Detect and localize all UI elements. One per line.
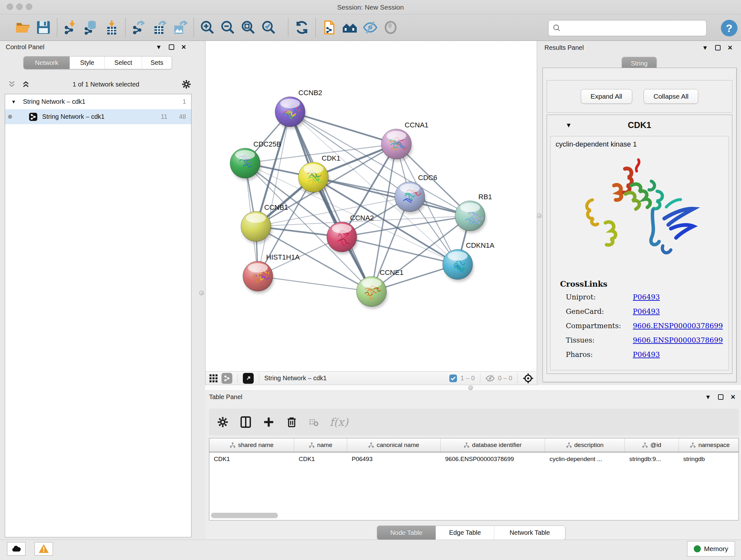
maximize-panel-icon[interactable]: [718, 394, 724, 400]
table-settings-gear-icon[interactable]: [217, 416, 229, 428]
tab-network[interactable]: Network: [23, 57, 70, 69]
search-field[interactable]: [548, 20, 706, 36]
column-header-namespace[interactable]: namespace: [679, 438, 739, 452]
edge-CCNB2-CCNA1[interactable]: [290, 112, 396, 144]
tab-sets[interactable]: Sets: [142, 57, 172, 69]
close-panel-icon[interactable]: ✕: [181, 44, 186, 51]
show-columns-icon[interactable]: [240, 416, 252, 428]
cell-shared-name[interactable]: CDK1: [209, 455, 294, 462]
create-column-plus-icon[interactable]: [263, 416, 275, 428]
open-session-icon[interactable]: [13, 17, 33, 38]
tab-node-table[interactable]: Node Table: [377, 526, 435, 540]
hidden-eye-slash-icon[interactable]: [485, 374, 495, 383]
collapse-all-icon[interactable]: [21, 79, 30, 89]
float-panel-icon[interactable]: ▼: [702, 44, 708, 51]
export-network-icon[interactable]: [129, 17, 149, 38]
column-header-description[interactable]: description: [545, 438, 625, 452]
cell-namespace[interactable]: stringdb: [679, 455, 739, 462]
crosslink-link[interactable]: P06493: [633, 293, 660, 301]
cell-name[interactable]: CDK1: [294, 455, 347, 462]
zoom-out-icon[interactable]: [218, 17, 238, 38]
birds-eye-view-icon[interactable]: [523, 373, 534, 384]
zoom-in-icon[interactable]: [197, 17, 218, 38]
network-options-gear-icon[interactable]: [181, 79, 192, 89]
left-splitter-handle[interactable]: [199, 291, 204, 295]
table-row[interactable]: CDK1CDK1P064939606.ENSP00000378699cyclin…: [209, 452, 738, 466]
crosslink-link[interactable]: 9606.ENSP00000378699: [633, 336, 723, 344]
table-panel-title: Table Panel: [209, 393, 243, 401]
cell-id[interactable]: stringdb:9...: [625, 455, 679, 462]
memory-button[interactable]: Memory: [687, 541, 735, 557]
close-panel-icon[interactable]: ✕: [728, 44, 733, 51]
grid-view-icon[interactable]: [209, 374, 218, 383]
crosslink-link[interactable]: 9606.ENSP00000378699: [633, 322, 723, 330]
cloud-status-button[interactable]: [7, 542, 25, 556]
detach-view-icon[interactable]: [243, 373, 254, 384]
import-database-icon[interactable]: [81, 17, 102, 38]
export-image-icon[interactable]: [170, 17, 190, 38]
network-row-selected[interactable]: String Network – cdk1 11 48: [5, 109, 191, 124]
section-collapse-icon[interactable]: ▼: [565, 122, 572, 129]
tab-style[interactable]: Style: [70, 57, 105, 69]
delete-column-trash-icon[interactable]: [286, 416, 298, 428]
node-CDK1[interactable]: CDK1: [298, 154, 340, 192]
eye-icon[interactable]: [381, 17, 401, 38]
collection-count: 1: [183, 98, 186, 105]
warnings-button[interactable]: [35, 542, 53, 556]
cell-description[interactable]: cyclin-dependent ...: [545, 455, 625, 462]
search-input[interactable]: [561, 22, 706, 35]
close-panel-icon[interactable]: ✕: [731, 393, 736, 401]
share-document-icon[interactable]: [319, 17, 340, 38]
network-view-icon[interactable]: [221, 373, 232, 384]
edge-CCNB2-CCNE1[interactable]: [290, 112, 372, 292]
horizontal-scrollbar-thumb[interactable]: [211, 513, 278, 518]
import-network-icon[interactable]: [61, 17, 81, 38]
expand-all-button[interactable]: Expand All: [581, 89, 632, 104]
string-home-icon[interactable]: [340, 17, 360, 38]
column-header-name[interactable]: name: [294, 438, 347, 452]
export-table-icon[interactable]: [149, 17, 170, 38]
selected-counts: 1 – 0: [461, 374, 475, 382]
column-type-icon: [368, 442, 374, 448]
column-header-database-identifier[interactable]: database identifier: [441, 438, 545, 452]
node-CCNA1[interactable]: CCNA1: [381, 121, 428, 159]
column-header-shared-name[interactable]: shared name: [209, 438, 294, 452]
node-CCNB2[interactable]: CCNB2: [275, 89, 322, 127]
zoom-fit-icon[interactable]: [238, 17, 259, 38]
node-RB1[interactable]: RB1: [455, 193, 492, 231]
cell-database-identifier[interactable]: 9606.ENSP00000378699: [441, 455, 545, 462]
help-icon[interactable]: ?: [721, 20, 738, 37]
crosslink-link[interactable]: P06493: [633, 307, 660, 315]
column-header-canonical-name[interactable]: canonical name: [347, 438, 441, 452]
maximize-panel-icon[interactable]: [169, 44, 174, 50]
table-header-row: shared namenamecanonical namedatabase id…: [209, 438, 738, 452]
edge-HIST1H1A-CCNE1[interactable]: [258, 276, 372, 292]
refresh-view-icon[interactable]: [292, 17, 312, 38]
save-session-icon[interactable]: [33, 17, 54, 38]
network-collection-row[interactable]: ▼ String Network – cdk1 1: [5, 94, 191, 109]
import-table-icon[interactable]: [102, 17, 122, 38]
column-header-id[interactable]: @id: [625, 438, 679, 452]
float-panel-icon[interactable]: ▼: [156, 44, 162, 51]
collapse-all-button[interactable]: Collapse All: [644, 89, 698, 104]
crosslink-link[interactable]: P06493: [633, 351, 660, 359]
tab-select[interactable]: Select: [105, 57, 142, 69]
tab-network-table[interactable]: Network Table: [494, 526, 565, 540]
memory-label: Memory: [704, 545, 728, 553]
selected-checkbox-icon[interactable]: [449, 374, 457, 382]
edge-CCNA2-CDKN1A[interactable]: [342, 237, 458, 264]
edge-CDK1-RB1[interactable]: [313, 177, 470, 216]
cell-canonical-name[interactable]: P06493: [347, 455, 441, 462]
network-canvas[interactable]: CCNB2CCNA1CDC25BCDK1CDC6RB1CCNB1CCNA2CDK…: [205, 41, 537, 371]
node-CDKN1A[interactable]: CDKN1A: [443, 241, 495, 279]
eye-slash-icon[interactable]: [360, 17, 381, 38]
tab-edge-table[interactable]: Edge Table: [435, 526, 494, 540]
expand-all-icon[interactable]: [7, 79, 17, 89]
maximize-panel-icon[interactable]: [715, 45, 721, 51]
titlebar: Session: New Session: [0, 0, 741, 14]
splitter-handle-dot[interactable]: [468, 385, 473, 390]
zoom-selected-icon[interactable]: [259, 17, 279, 38]
node-label: CCNB1: [264, 203, 288, 211]
float-panel-icon[interactable]: ▼: [705, 394, 711, 401]
collapse-triangle-icon[interactable]: ▼: [5, 99, 16, 105]
